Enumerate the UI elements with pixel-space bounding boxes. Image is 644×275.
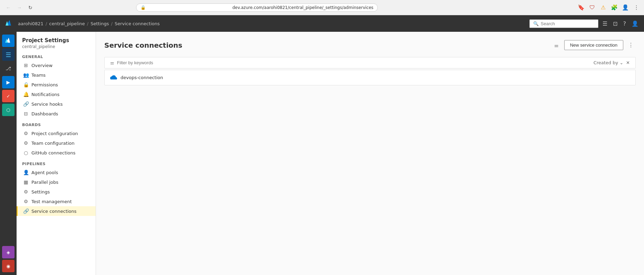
reload-button[interactable]: ↻ (26, 3, 35, 12)
service-connections-icon: 🔗 (23, 208, 29, 214)
service-hooks-icon: 🔗 (23, 101, 29, 107)
browser-chrome: ← → ↻ 🔒 dev.azure.com/aarohi0821/central… (0, 0, 644, 15)
filter-input[interactable] (117, 60, 591, 65)
sidebar-section-pipelines: Pipelines (17, 158, 96, 168)
notifications-icon: 🔔 (23, 92, 29, 97)
forward-button[interactable]: → (15, 3, 24, 12)
shield-icon[interactable]: 🛡 (588, 3, 596, 12)
created-by-label: Created by (594, 60, 618, 65)
test-management-icon: ⚙ (23, 199, 29, 204)
filter-icon-btn[interactable]: ⚌ (552, 40, 561, 50)
agent-pools-icon: 👤 (23, 170, 29, 175)
rail-ext2[interactable]: ◉ (2, 260, 15, 272)
settings-icon[interactable]: ☰ (601, 19, 609, 28)
user-icon[interactable]: ⊡ (612, 19, 619, 28)
sidebar-item-github-connections[interactable]: ○ GitHub connections (17, 148, 96, 158)
sidebar-item-notifications-label: Notifications (31, 92, 59, 97)
breadcrumb-sep-1: / (46, 21, 47, 26)
settings-nav-icon: ⚙ (23, 189, 29, 195)
breadcrumb-project[interactable]: central_pipeline (49, 21, 85, 26)
sidebar-item-dashboards[interactable]: ⊟ Dashboards (17, 109, 96, 118)
rail-testplans[interactable]: ✓ (2, 90, 15, 102)
sidebar-item-permissions-label: Permissions (31, 82, 58, 87)
sidebar-item-permissions[interactable]: 🔒 Permissions (17, 80, 96, 89)
breadcrumb: aarohi0821 / central_pipeline / Settings… (18, 21, 160, 26)
team-config-icon: ⚙ (23, 140, 29, 146)
sidebar-item-team-config[interactable]: ⚙ Team configuration (17, 138, 96, 148)
sidebar-item-notifications[interactable]: 🔔 Notifications (17, 89, 96, 99)
header-right: 🔍 ☰ ⊡ ? 👤 (529, 19, 640, 28)
breadcrumb-page[interactable]: Service connections (115, 21, 160, 26)
app-body: ☰ ⎇ ▶ ✓ ⬡ ◈ ◉ Project Settings central_p… (0, 32, 644, 275)
back-button[interactable]: ← (3, 3, 13, 12)
more-options-button[interactable]: ⋮ (626, 41, 636, 49)
connection-name-devops: devops-connection (121, 75, 163, 80)
permissions-icon: 🔒 (23, 82, 29, 87)
sidebar-item-overview[interactable]: ⊞ Overview (17, 60, 96, 70)
search-box[interactable]: 🔍 (529, 19, 598, 28)
sidebar-item-service-connections-label: Service connections (31, 209, 77, 214)
breadcrumb-sep-3: / (111, 21, 112, 26)
azure-logo[interactable] (4, 19, 14, 28)
help-icon[interactable]: ? (622, 19, 628, 28)
account-icon[interactable]: 👤 (630, 19, 640, 28)
sidebar-project-title: Project Settings (22, 37, 90, 44)
lock-icon: 🔒 (141, 5, 230, 10)
extensions-icon[interactable]: 🧩 (610, 3, 618, 12)
rail-artifacts[interactable]: ⬡ (2, 104, 15, 116)
connection-item-devops[interactable]: devops-connection (104, 70, 636, 85)
page-title: Service connections (104, 41, 182, 49)
warning-icon[interactable]: ⚠ (599, 3, 607, 12)
address-bar[interactable]: 🔒 dev.azure.com/aarohi0821/central_pipel… (136, 3, 378, 12)
sidebar-item-test-management[interactable]: ⚙ Test management (17, 197, 96, 206)
connections-list: devops-connection (104, 70, 636, 85)
url-text: dev.azure.com/aarohi0821/central_pipelin… (232, 5, 373, 10)
sidebar-item-team-config-label: Team configuration (31, 141, 75, 146)
rail-ext1[interactable]: ◈ (2, 246, 15, 258)
search-icon: 🔍 (533, 21, 539, 26)
sidebar-project-subtitle: central_pipeline (22, 44, 90, 49)
rail-repos[interactable]: ⎇ (2, 62, 15, 75)
created-by-filter[interactable]: Created by ⌄ (594, 60, 623, 65)
sidebar-item-teams[interactable]: 👥 Teams (17, 70, 96, 80)
sidebar-item-dashboards-label: Dashboards (31, 111, 58, 116)
parallel-jobs-icon: ▦ (23, 179, 29, 185)
teams-icon: 👥 (23, 72, 29, 78)
sidebar-item-test-management-label: Test management (31, 199, 72, 204)
sidebar-item-service-connections[interactable]: 🔗 Service connections (17, 206, 96, 216)
filter-right: Created by ⌄ ✕ (594, 60, 630, 65)
cloud-icon (110, 74, 117, 81)
sidebar: Project Settings central_pipeline Genera… (17, 32, 96, 275)
bookmark-icon[interactable]: 🔖 (577, 3, 585, 12)
sidebar-item-overview-label: Overview (31, 63, 52, 68)
sidebar-item-settings[interactable]: ⚙ Settings (17, 187, 96, 197)
sidebar-item-service-hooks[interactable]: 🔗 Service hooks (17, 99, 96, 109)
sidebar-item-project-config[interactable]: ⚙ Project configuration (17, 129, 96, 138)
breadcrumb-sep-2: / (87, 21, 88, 26)
main-content: Service connections ⚌ New service connec… (96, 32, 644, 275)
profile-icon[interactable]: 👤 (621, 3, 629, 12)
rail-home[interactable] (2, 35, 15, 47)
search-input[interactable] (541, 21, 595, 26)
clear-filter-button[interactable]: ✕ (626, 60, 630, 65)
project-config-icon: ⚙ (23, 131, 29, 136)
rail-pipelines[interactable]: ▶ (2, 76, 15, 88)
breadcrumb-settings[interactable]: Settings (90, 21, 109, 26)
new-connection-button[interactable]: New service connection (564, 40, 623, 50)
icon-rail: ☰ ⎇ ▶ ✓ ⬡ ◈ ◉ (0, 32, 17, 275)
filter-icon: ⚌ (110, 60, 114, 65)
created-by-chevron[interactable]: ⌄ (619, 60, 623, 65)
sidebar-item-settings-label: Settings (31, 189, 50, 195)
menu-icon[interactable]: ⋮ (632, 3, 641, 12)
github-icon: ○ (23, 150, 29, 155)
sidebar-item-teams-label: Teams (31, 73, 46, 78)
filter-bar: ⚌ Created by ⌄ ✕ (104, 57, 636, 68)
sidebar-item-github-label: GitHub connections (31, 150, 76, 155)
sidebar-section-general: General (17, 50, 96, 60)
sidebar-item-agent-pools[interactable]: 👤 Agent pools (17, 168, 96, 177)
breadcrumb-org[interactable]: aarohi0821 (18, 21, 44, 26)
rail-boards[interactable]: ☰ (2, 48, 15, 61)
sidebar-item-agent-pools-label: Agent pools (31, 170, 58, 175)
sidebar-item-parallel-jobs[interactable]: ▦ Parallel jobs (17, 177, 96, 187)
browser-nav-buttons: ← → ↻ (3, 3, 35, 12)
